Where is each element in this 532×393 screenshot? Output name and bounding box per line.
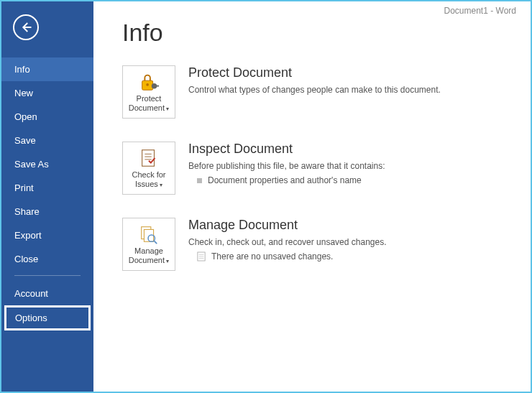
protect-title: Protect Document bbox=[188, 65, 513, 80]
back-arrow-icon bbox=[19, 21, 32, 34]
nav-account[interactable]: Account bbox=[1, 282, 93, 305]
svg-rect-3 bbox=[156, 85, 159, 87]
nav-list: Info New Open Save Save As Print Share E… bbox=[1, 57, 93, 392]
nav-share[interactable]: Share bbox=[1, 200, 93, 223]
manage-desc: Check in, check out, and recover unsaved… bbox=[188, 236, 513, 249]
manage-body: Manage Document Check in, check out, and… bbox=[188, 218, 513, 262]
nav-close[interactable]: Close bbox=[1, 247, 93, 271]
protect-body: Protect Document Control what types of c… bbox=[188, 65, 513, 96]
page-icon bbox=[197, 251, 206, 262]
checklist-icon bbox=[138, 147, 160, 169]
main-content: Info Protect Document Protect Document C… bbox=[93, 1, 531, 392]
inspect-title: Inspect Document bbox=[188, 142, 513, 157]
inspect-section: Check for Issues Inspect Document Before… bbox=[122, 142, 513, 195]
nav-new[interactable]: New bbox=[1, 81, 93, 105]
page-title: Info bbox=[122, 19, 513, 47]
svg-line-11 bbox=[155, 241, 157, 244]
file-sidebar: Info New Open Save Save As Print Share E… bbox=[1, 1, 93, 392]
check-for-issues-button[interactable]: Check for Issues bbox=[122, 142, 175, 195]
manage-list-item: There are no unsaved changes. bbox=[188, 251, 513, 262]
nav-print[interactable]: Print bbox=[1, 176, 93, 200]
nav-save[interactable]: Save bbox=[1, 129, 93, 152]
nav-divider bbox=[14, 275, 81, 276]
bullet-icon bbox=[197, 178, 202, 183]
inspect-list: Document properties and author's name bbox=[188, 175, 513, 185]
nav-save-as[interactable]: Save As bbox=[1, 152, 93, 176]
manage-list: There are no unsaved changes. bbox=[188, 251, 513, 262]
svg-point-2 bbox=[152, 83, 157, 89]
inspect-list-item: Document properties and author's name bbox=[188, 175, 513, 185]
manage-document-button[interactable]: Manage Document bbox=[122, 218, 175, 271]
manage-list-text: There are no unsaved changes. bbox=[211, 251, 333, 262]
manage-title: Manage Document bbox=[188, 218, 513, 233]
backstage-window: Document1 - Word Info New Open Save Save… bbox=[0, 0, 532, 393]
lock-icon bbox=[138, 71, 160, 93]
inspect-tile-label: Check for Issues bbox=[124, 170, 173, 189]
nav-open[interactable]: Open bbox=[1, 105, 93, 129]
back-button[interactable] bbox=[13, 14, 39, 40]
svg-rect-4 bbox=[142, 150, 155, 167]
nav-info[interactable]: Info bbox=[1, 57, 93, 81]
inspect-body: Inspect Document Before publishing this … bbox=[188, 142, 513, 185]
manage-section: Manage Document Manage Document Check in… bbox=[122, 218, 513, 271]
protect-document-button[interactable]: Protect Document bbox=[122, 65, 175, 119]
nav-options[interactable]: Options bbox=[4, 305, 91, 330]
protect-desc: Control what types of changes people can… bbox=[188, 83, 513, 96]
nav-export[interactable]: Export bbox=[1, 223, 93, 247]
window-title: Document1 - Word bbox=[444, 6, 516, 16]
documents-icon bbox=[138, 223, 160, 245]
manage-tile-label: Manage Document bbox=[124, 246, 173, 265]
protect-tile-label: Protect Document bbox=[124, 94, 173, 113]
inspect-desc: Before publishing this file, be aware th… bbox=[188, 159, 513, 172]
svg-point-1 bbox=[146, 83, 149, 86]
protect-section: Protect Document Protect Document Contro… bbox=[122, 65, 513, 119]
inspect-list-text: Document properties and author's name bbox=[208, 175, 362, 185]
